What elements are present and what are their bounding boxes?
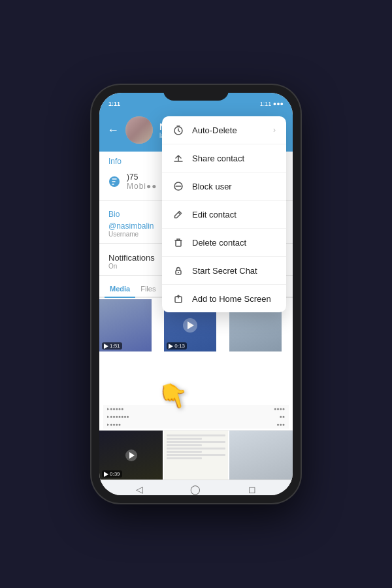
edit-icon — [172, 208, 184, 220]
phone-screen: 1:11 1:11 ●●● ← Nasim ❤ last seen rec...… — [99, 93, 293, 495]
svg-rect-3 — [176, 240, 181, 246]
menu-item-delete-contact[interactable]: Delete contact — [162, 229, 286, 257]
menu-item-secret-chat[interactable]: Start Secret Chat — [162, 257, 286, 285]
menu-item-block-user[interactable]: Block user — [162, 172, 286, 201]
edit-contact-label: Edit contact — [192, 210, 276, 220]
menu-item-edit-contact[interactable]: Edit contact — [162, 201, 286, 229]
share-icon — [172, 152, 184, 164]
dropdown-overlay[interactable]: Auto-Delete › Share contact — [99, 93, 293, 495]
secret-chat-label: Start Secret Chat — [192, 266, 276, 276]
delete-contact-label: Delete contact — [192, 238, 276, 248]
phone-notch — [163, 85, 229, 101]
svg-point-5 — [178, 272, 179, 273]
dropdown-menu: Auto-Delete › Share contact — [162, 116, 286, 312]
trash-icon — [172, 237, 184, 248]
share-contact-label: Share contact — [192, 154, 276, 163]
phone-shell: 1:11 1:11 ●●● ← Nasim ❤ last seen rec...… — [91, 85, 301, 503]
lock-icon — [172, 265, 184, 276]
menu-item-auto-delete[interactable]: Auto-Delete › — [162, 116, 286, 144]
menu-item-add-home[interactable]: Add to Home Screen — [162, 285, 286, 312]
add-home-icon — [172, 293, 184, 304]
chevron-right-icon: › — [273, 125, 276, 135]
timer-icon — [172, 124, 184, 136]
auto-delete-label: Auto-Delete — [192, 125, 265, 135]
block-icon — [172, 180, 184, 192]
add-home-label: Add to Home Screen — [192, 294, 276, 304]
menu-item-share-contact[interactable]: Share contact — [162, 144, 286, 172]
block-user-label: Block user — [192, 182, 276, 191]
